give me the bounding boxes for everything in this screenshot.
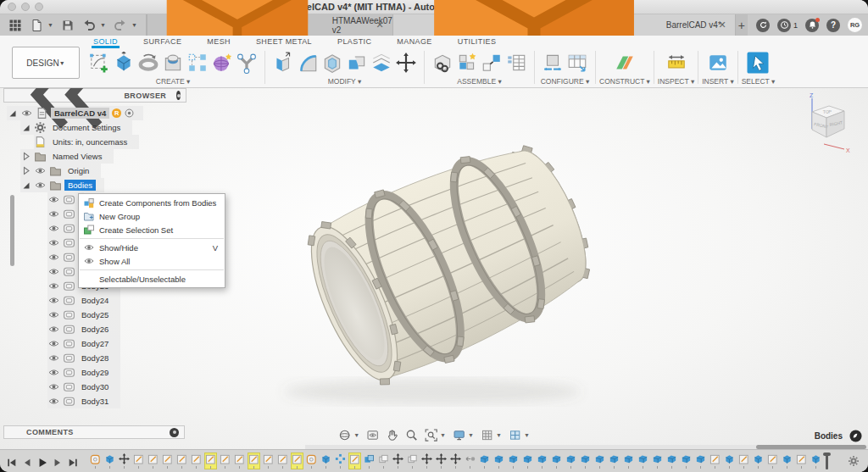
timeline-sketch[interactable] (709, 453, 721, 469)
timeline-sketch-misc[interactable] (306, 453, 317, 469)
menu-item-selectable-unselectable[interactable]: Selectable/Unselectable (79, 272, 225, 286)
timeline-sketch[interactable] (767, 453, 778, 469)
timeline-move-feature[interactable] (392, 453, 403, 469)
account-avatar[interactable]: RG (848, 18, 862, 32)
close-window-button[interactable] (8, 3, 16, 11)
combine-icon[interactable] (346, 52, 368, 74)
timeline-sketch[interactable] (277, 453, 288, 469)
timeline-sketch[interactable] (147, 453, 159, 469)
browser-item-named-views[interactable]: Named Views (20, 149, 114, 164)
doc-tab-htmaaweek07[interactable]: HTMAAWeek07 v2 ✕ (147, 14, 393, 36)
target-icon[interactable] (124, 108, 135, 119)
configuration-icon[interactable] (542, 52, 564, 74)
eye-icon[interactable] (47, 380, 60, 393)
browser-item-label[interactable]: Bodies (64, 180, 96, 191)
viewports-icon[interactable] (509, 429, 521, 441)
ribbon-group-label-configure[interactable]: CONFIGURE ▾ (541, 77, 590, 86)
file-new-dropdown-caret[interactable]: ▼ (47, 22, 53, 28)
browser-item-origin[interactable]: Origin (20, 164, 101, 178)
close-tab-icon[interactable]: ✕ (719, 19, 726, 31)
grid-settings-icon[interactable] (481, 429, 493, 441)
select-icon[interactable] (745, 50, 771, 75)
browser-item-label[interactable]: BarrelCAD v4 (51, 108, 109, 119)
step-back-icon[interactable] (22, 456, 32, 466)
go-to-start-icon[interactable] (7, 456, 17, 466)
press-pull-icon[interactable] (272, 52, 294, 74)
construction-plane-icon[interactable] (614, 52, 636, 74)
measure-icon[interactable] (665, 52, 687, 74)
timeline-sketch[interactable] (263, 453, 274, 469)
eye-icon[interactable] (47, 280, 60, 292)
browser-item-label[interactable]: Document Settings (49, 122, 124, 133)
file-new-icon[interactable] (30, 19, 43, 32)
new-component-icon[interactable] (456, 52, 478, 74)
ribbon-group-label-select[interactable]: SELECT ▾ (742, 77, 776, 86)
eye-icon[interactable] (47, 366, 60, 379)
timeline-body-feature[interactable] (537, 453, 548, 469)
ribbon-tab-surface[interactable]: SURFACE (142, 36, 183, 48)
play-icon[interactable] (37, 456, 47, 466)
browser-scrollbar[interactable] (10, 195, 14, 266)
go-to-end-icon[interactable] (68, 456, 78, 466)
eye-icon[interactable] (47, 236, 60, 249)
timeline-body-feature[interactable] (652, 453, 663, 469)
timeline-body-feature[interactable] (493, 453, 504, 469)
timeline-body-feature[interactable] (479, 453, 490, 469)
help-icon[interactable]: ? (826, 19, 840, 32)
timeline-body-feature[interactable] (623, 453, 634, 469)
job-status-icon[interactable] (777, 19, 791, 32)
browser-item-body31[interactable]: Body31 (47, 394, 120, 408)
timeline-body-feature[interactable] (695, 453, 706, 469)
browser-item-body26[interactable]: Body26 (47, 322, 120, 336)
timeline-extrude-feature[interactable] (724, 453, 735, 469)
timeline-extrude-feature[interactable] (810, 453, 821, 469)
menu-item-show-all[interactable]: Show All (79, 254, 225, 268)
ribbon-group-label-insert[interactable]: INSERT ▾ (702, 77, 734, 86)
fillet-icon[interactable] (297, 52, 319, 74)
barrel-model[interactable] (254, 93, 640, 432)
close-tab-icon[interactable]: ✕ (376, 19, 384, 31)
timeline-move-feature[interactable] (119, 453, 130, 469)
browser-item-label[interactable]: Body26 (78, 324, 112, 335)
timeline-sketch[interactable] (162, 453, 173, 469)
menu-item-show-hide[interactable]: Show/HideV (79, 241, 225, 254)
hole-icon[interactable] (162, 52, 184, 74)
timeline-extrude-feature[interactable] (753, 453, 764, 469)
timeline-body-feature[interactable] (666, 453, 677, 469)
zoom-fit-icon[interactable] (425, 429, 437, 441)
comments-options-icon[interactable] (170, 428, 179, 437)
timeline-sketch[interactable] (234, 453, 245, 469)
timeline-copy-feature[interactable] (378, 453, 389, 469)
ribbon-tab-manage[interactable]: MANAGE (395, 36, 433, 48)
timeline-move-feature[interactable] (421, 453, 432, 469)
timeline-body-feature[interactable] (551, 453, 562, 469)
browser-item-document-settings[interactable]: Document Settings (20, 120, 132, 135)
menu-item-new-group[interactable]: New Group (79, 209, 225, 223)
timeline-extrude-feature[interactable] (320, 453, 331, 469)
ribbon-group-label-assemble[interactable]: ASSEMBLE ▾ (457, 77, 501, 86)
timeline-playhead[interactable] (826, 453, 828, 469)
ribbon-tab-solid[interactable]: SOLID (92, 36, 120, 48)
browser-item-bodies[interactable]: Bodies (20, 178, 104, 192)
revolve-icon[interactable] (137, 52, 159, 74)
configuration-table-icon[interactable] (566, 52, 588, 74)
browser-item-body25[interactable]: Body25 (47, 308, 120, 322)
browser-item-body30[interactable]: Body30 (47, 380, 120, 394)
pipe-icon[interactable] (236, 52, 258, 74)
panel-options-icon[interactable] (176, 91, 181, 100)
browser-item-label[interactable]: Named Views (49, 151, 105, 162)
timeline-body-feature[interactable] (681, 453, 692, 469)
timeline-body-feature[interactable] (609, 453, 620, 469)
eye-icon[interactable] (47, 337, 60, 350)
rectangular-pattern-icon[interactable] (186, 52, 209, 74)
tri-expanded-icon[interactable] (20, 122, 31, 133)
eye-icon[interactable] (20, 107, 33, 119)
timeline-rollback-marker[interactable] (465, 453, 476, 469)
eye-icon[interactable] (47, 352, 60, 364)
timeline-body-feature[interactable] (637, 453, 648, 469)
browser-item-units-in-ouncemass[interactable]: Units: in, ouncemass (34, 135, 139, 149)
timeline-sketch-highlighted[interactable] (248, 453, 259, 469)
ribbon-tab-sheet-metal[interactable]: SHEET METAL (254, 36, 314, 48)
eye-icon[interactable] (47, 308, 60, 321)
shell-icon[interactable] (321, 52, 343, 74)
